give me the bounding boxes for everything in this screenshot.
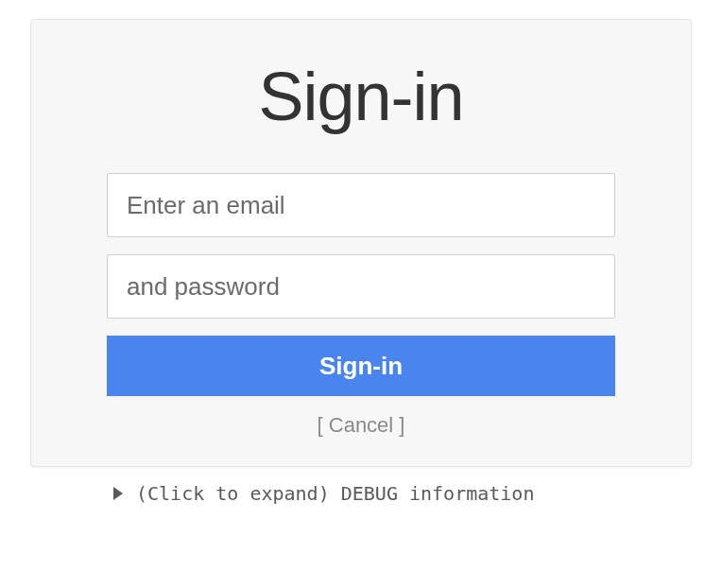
password-field[interactable] <box>107 254 615 319</box>
signin-button[interactable]: Sign-in <box>107 336 615 396</box>
debug-toggle[interactable]: (Click to expand) DEBUG information <box>28 482 694 505</box>
signin-card: Sign-in Sign-in [ Cancel ] <box>30 19 692 467</box>
cancel-link[interactable]: [ Cancel ] <box>107 413 615 438</box>
debug-label: (Click to expand) DEBUG information <box>136 482 534 505</box>
chevron-right-icon <box>113 487 123 500</box>
signin-title: Sign-in <box>107 58 615 135</box>
email-field[interactable] <box>107 173 615 237</box>
